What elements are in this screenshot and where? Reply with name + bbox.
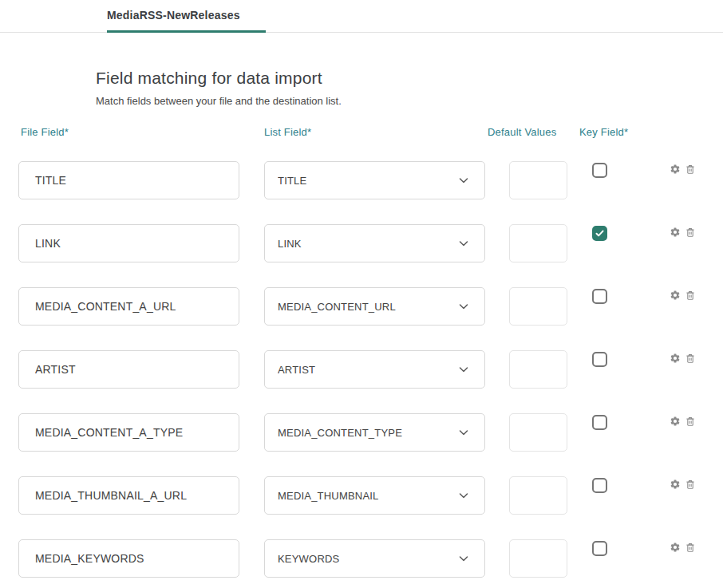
file-field-input[interactable]	[18, 224, 239, 262]
column-label-default-values: Default Values	[488, 126, 556, 138]
column-label-list-field: List Field*	[264, 126, 311, 138]
file-field-input[interactable]	[18, 413, 239, 452]
field-mapping-row: LINK	[0, 224, 723, 262]
field-mapping-row: MEDIA_CONTENT_URL	[0, 287, 723, 326]
trash-icon[interactable]	[685, 542, 696, 553]
default-value-input[interactable]	[509, 224, 567, 262]
default-value-input[interactable]	[509, 350, 567, 389]
default-value-input[interactable]	[509, 539, 567, 578]
page-subtitle: Match fields between your file and the d…	[96, 95, 723, 107]
file-field-input[interactable]	[18, 287, 239, 326]
list-field-select[interactable]: MEDIA_THUMBNAIL	[264, 476, 485, 515]
key-field-checkbox[interactable]	[592, 352, 607, 367]
field-mapping-row: ARTIST	[0, 350, 723, 389]
chevron-down-icon	[457, 363, 470, 376]
list-field-selected-value: TITLE	[278, 175, 457, 187]
field-mapping-row: TITLE	[0, 161, 723, 199]
chevron-down-icon	[457, 237, 470, 250]
trash-icon[interactable]	[685, 290, 696, 301]
key-field-checkbox[interactable]	[592, 415, 607, 430]
column-labels: File Field* List Field* Default Values K…	[0, 126, 723, 139]
default-value-input[interactable]	[509, 161, 567, 199]
page-header: Field matching for data import Match fie…	[96, 69, 723, 107]
column-label-key-field: Key Field*	[579, 126, 628, 138]
tab-label: MediaRSS-NewReleases	[107, 9, 253, 22]
chevron-down-icon	[457, 552, 470, 565]
trash-icon[interactable]	[685, 227, 696, 238]
tab-bar: MediaRSS-NewReleases	[0, 0, 723, 33]
default-value-input[interactable]	[509, 413, 567, 452]
list-field-selected-value: KEYWORDS	[278, 553, 457, 565]
trash-icon[interactable]	[685, 479, 696, 490]
column-label-file-field: File Field*	[21, 126, 69, 138]
key-field-checkbox[interactable]	[592, 289, 607, 304]
list-field-select[interactable]: MEDIA_CONTENT_TYPE	[264, 413, 485, 452]
field-mapping-row: MEDIA_CONTENT_TYPE	[0, 413, 723, 452]
file-field-input[interactable]	[18, 161, 239, 199]
key-field-checkbox[interactable]	[592, 226, 607, 241]
chevron-down-icon	[457, 489, 470, 502]
trash-icon[interactable]	[685, 353, 696, 364]
list-field-select[interactable]: ARTIST	[264, 350, 485, 389]
default-value-input[interactable]	[509, 476, 567, 515]
trash-icon[interactable]	[685, 164, 696, 175]
key-field-checkbox[interactable]	[592, 163, 607, 178]
list-field-select[interactable]: MEDIA_CONTENT_URL	[264, 287, 485, 326]
chevron-down-icon	[457, 174, 470, 187]
gear-icon[interactable]	[670, 479, 681, 490]
gear-icon[interactable]	[670, 416, 681, 427]
default-value-input[interactable]	[509, 287, 567, 326]
gear-icon[interactable]	[670, 353, 681, 364]
list-field-selected-value: ARTIST	[278, 364, 457, 376]
key-field-checkbox[interactable]	[592, 541, 607, 556]
field-mapping-rows: TITLE LINK	[0, 161, 723, 578]
gear-icon[interactable]	[670, 227, 681, 238]
file-field-input[interactable]	[18, 539, 239, 578]
chevron-down-icon	[457, 300, 470, 313]
gear-icon[interactable]	[670, 164, 681, 175]
tab-mediarss-newreleases[interactable]: MediaRSS-NewReleases	[107, 0, 266, 33]
check-icon	[595, 228, 605, 239]
list-field-select[interactable]: KEYWORDS	[264, 539, 485, 578]
gear-icon[interactable]	[670, 290, 681, 301]
list-field-selected-value: MEDIA_THUMBNAIL	[278, 490, 457, 502]
list-field-selected-value: LINK	[278, 238, 457, 250]
list-field-select[interactable]: TITLE	[264, 161, 485, 199]
list-field-select[interactable]: LINK	[264, 224, 485, 262]
file-field-input[interactable]	[18, 350, 239, 389]
file-field-input[interactable]	[18, 476, 239, 515]
chevron-down-icon	[457, 426, 470, 439]
list-field-selected-value: MEDIA_CONTENT_URL	[278, 301, 457, 313]
trash-icon[interactable]	[685, 416, 696, 427]
gear-icon[interactable]	[670, 542, 681, 553]
field-mapping-row: KEYWORDS	[0, 539, 723, 578]
field-mapping-row: MEDIA_THUMBNAIL	[0, 476, 723, 515]
list-field-selected-value: MEDIA_CONTENT_TYPE	[278, 427, 457, 439]
page-title: Field matching for data import	[96, 69, 723, 88]
key-field-checkbox[interactable]	[592, 478, 607, 493]
